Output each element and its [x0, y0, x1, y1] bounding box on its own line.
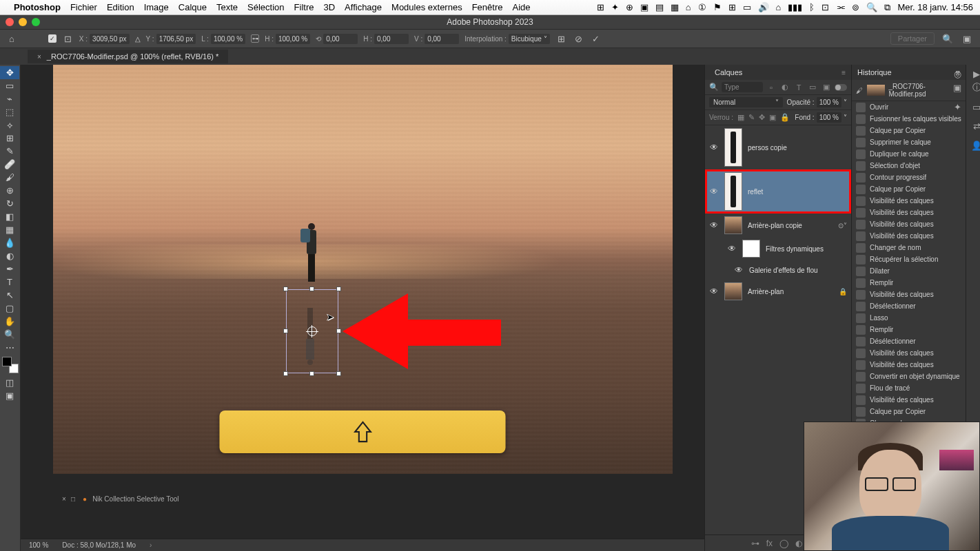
transform-height[interactable]: 100,00 % — [276, 34, 310, 44]
hand-tool[interactable]: ✋ — [0, 315, 19, 328]
reference-point-icon[interactable]: ⊡ — [62, 34, 74, 44]
visibility-icon[interactable]: 👁 — [734, 265, 744, 275]
app-name[interactable]: Photoshop — [14, 2, 61, 12]
menu-filtre[interactable]: Filtre — [294, 2, 314, 12]
interpolation-select[interactable]: Bicubique ˅ — [509, 34, 550, 44]
filter-smart-icon[interactable]: ▣ — [821, 82, 832, 93]
link-layers-icon[interactable]: ⊶ — [751, 539, 759, 548]
layer-row[interactable]: 👁persos copie — [705, 125, 851, 169]
layer-name[interactable]: reflet — [748, 188, 847, 196]
history-step[interactable]: Visibilité des calques — [852, 394, 966, 406]
bluetooth-icon[interactable]: ᛒ — [809, 2, 815, 12]
stamp-tool[interactable]: ⊕ — [0, 184, 19, 197]
menubar-clock[interactable]: Mer. 18 janv. 14:56 — [897, 2, 973, 12]
panel-menu-icon[interactable]: ≡ — [841, 69, 846, 76]
menu-fichier[interactable]: Fichier — [70, 2, 97, 12]
layer-row[interactable]: 👁Arrière-plan copie⊙˅ — [705, 214, 851, 237]
menubar-icon[interactable]: 🔊 — [758, 2, 769, 12]
path-select-tool[interactable]: ↖ — [0, 289, 19, 302]
transform-width[interactable]: 100,00 % — [211, 34, 245, 44]
menubar-icon[interactable]: ⊞ — [597, 2, 604, 12]
layer-thumbnail[interactable] — [742, 240, 760, 258]
menubar-icon[interactable]: ▣ — [640, 2, 649, 12]
transform-handle[interactable] — [336, 287, 341, 291]
layer-row[interactable]: 👁Filtres dynamiques — [705, 237, 851, 260]
menubar-icon[interactable]: ⚑ — [713, 2, 722, 12]
menubar-icon[interactable]: ⊡ — [821, 2, 829, 12]
fill-value[interactable]: 100 % — [817, 112, 841, 123]
layer-thumbnail[interactable] — [724, 282, 742, 300]
menu-fenetre[interactable]: Fenêtre — [472, 2, 503, 12]
history-step[interactable]: Lasso — [852, 312, 966, 324]
adjustments-icon[interactable]: ⇄ — [968, 120, 980, 132]
history-step[interactable]: Contour progressif — [852, 171, 966, 183]
document-tab[interactable]: × _ROC7706-Modifier.psd @ 100% (reflet, … — [28, 50, 228, 63]
transform-handle[interactable] — [309, 287, 314, 291]
frame-tool[interactable]: ⊞ — [0, 132, 19, 145]
history-step[interactable]: Ouvrir — [852, 101, 966, 113]
history-step[interactable]: Supprimer le calque — [852, 136, 966, 148]
layer-fx-icon[interactable]: fx — [766, 539, 773, 548]
history-step[interactable]: Visibilité des calques — [852, 207, 966, 218]
menu-texte[interactable]: Texte — [216, 2, 238, 12]
panel-icon[interactable]: ✦ — [949, 101, 966, 113]
layer-thumbnail[interactable] — [724, 172, 742, 211]
history-step[interactable]: Visibilité des calques — [852, 218, 966, 230]
history-step[interactable]: Calque par Copier — [852, 125, 966, 136]
transform-handle[interactable] — [336, 329, 341, 333]
menubar-icon[interactable]: ✦ — [611, 2, 619, 12]
menu-selection[interactable]: Sélection — [247, 2, 284, 12]
search-icon[interactable]: 🔍 — [866, 2, 877, 12]
transform-skew-h[interactable]: 0,00 — [374, 34, 409, 44]
gradient-tool[interactable]: ▦ — [0, 223, 19, 236]
history-step[interactable]: Dilater — [852, 265, 966, 277]
menu-aide[interactable]: Aide — [512, 2, 530, 12]
history-step[interactable]: Sélection d'objet — [852, 160, 966, 171]
history-step[interactable]: Visibilité des calques — [852, 195, 966, 207]
panel-icon[interactable]: ▣ — [949, 81, 966, 94]
close-window-button[interactable] — [6, 18, 14, 26]
zoom-tool[interactable]: 🔍 — [0, 328, 19, 341]
edit-toolbar[interactable]: ⋯ — [0, 341, 19, 354]
reference-point-toggle[interactable]: ✓ — [48, 34, 57, 43]
home-icon[interactable]: ⌂ — [7, 34, 17, 44]
free-transform-box[interactable] — [286, 289, 338, 373]
zoom-level[interactable]: 100 % — [29, 541, 48, 549]
menubar-icon[interactable]: ▦ — [671, 2, 679, 12]
menu-3d[interactable]: 3D — [323, 2, 335, 12]
filter-type-icon[interactable]: T — [793, 82, 804, 93]
lock-transparent-icon[interactable]: ▦ — [737, 113, 744, 122]
visibility-icon[interactable]: 👁 — [727, 244, 737, 253]
cancel-transform-icon[interactable]: ⊘ — [573, 34, 584, 44]
layer-row[interactable]: 👁Arrière-plan🔒 — [705, 280, 851, 303]
control-center-icon[interactable]: ⧉ — [884, 2, 890, 13]
filter-shape-icon[interactable]: ▭ — [807, 82, 818, 93]
object-select-tool[interactable]: ⬚ — [0, 105, 19, 118]
menu-calque[interactable]: Calque — [178, 2, 207, 12]
menu-affichage[interactable]: Affichage — [345, 2, 382, 12]
history-step[interactable]: Visibilité des calques — [852, 230, 966, 242]
move-tool[interactable]: ✥ — [0, 66, 19, 79]
extension-name[interactable]: Nik Collection Selective Tool — [92, 495, 178, 503]
screen-mode-tool[interactable]: ▣ — [0, 389, 19, 402]
layer-row[interactable]: 👁Galerie d'effets de flou — [705, 260, 851, 280]
menu-modules[interactable]: Modules externes — [391, 2, 462, 12]
menu-edition[interactable]: Edition — [107, 2, 134, 12]
panel-icon[interactable]: ▶ — [968, 67, 980, 80]
eyedropper-tool[interactable]: ✎ — [0, 145, 19, 158]
lock-paint-icon[interactable]: ✎ — [748, 113, 755, 122]
add-mask-icon[interactable]: ◯ — [779, 539, 788, 548]
type-tool[interactable]: T — [0, 276, 19, 289]
visibility-icon[interactable]: 👁 — [709, 287, 719, 296]
chevron-right-icon[interactable]: › — [150, 541, 152, 549]
share-button[interactable]: Partager — [890, 32, 935, 45]
menubar-icon[interactable]: ⫘ — [836, 2, 845, 12]
blend-mode-select[interactable]: Normal˅ — [709, 97, 783, 107]
minimize-window-button[interactable] — [19, 18, 27, 26]
layer-row[interactable]: 👁reflet — [705, 169, 851, 214]
transform-center-point[interactable] — [307, 326, 317, 336]
transform-handle[interactable] — [336, 371, 341, 376]
transform-handle[interactable] — [283, 329, 288, 333]
history-brush-tool[interactable]: ↻ — [0, 197, 19, 210]
opacity-value[interactable]: 100 % — [817, 97, 841, 107]
